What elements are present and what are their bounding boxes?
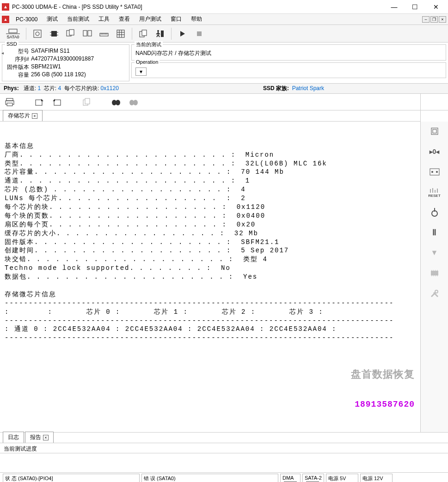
menu-tools[interactable]: 工具 xyxy=(94,14,114,24)
tab-close-icon[interactable]: × xyxy=(32,113,37,119)
status-group-dma: DMA RQ xyxy=(280,474,301,482)
mdi-restore[interactable]: ❐ xyxy=(430,16,438,23)
info-row: SSD ◂ 型号SATAFIRM S11 序列#A472077A19300009… xyxy=(0,43,448,83)
chip-value: 4 xyxy=(58,85,61,92)
export-icon[interactable] xyxy=(33,96,45,108)
rs-down-icon[interactable]: ▼ xyxy=(428,247,441,259)
rs-power-icon[interactable] xyxy=(428,206,441,218)
status-group-state: 状 态 (SATA0)-[PIO4] BSYDRDDWFDSCDRQCRRIDX… xyxy=(3,474,140,482)
report-line: LUNs 每个芯片. . . . . . . . . . . . . . . .… xyxy=(5,194,416,203)
rs-hex-icon[interactable]: ▸0◂ xyxy=(428,146,441,158)
rs-tools-icon[interactable] xyxy=(428,287,441,299)
status-group-5v: 电源 5V 5V xyxy=(326,474,358,482)
serial-label: 序列# xyxy=(6,55,29,63)
tb-run-icon[interactable] xyxy=(153,27,167,41)
tab-report[interactable]: 报告 × xyxy=(25,432,54,443)
status-12v-title: 电源 12V xyxy=(362,475,390,482)
mdi-close[interactable]: × xyxy=(439,16,446,23)
binoculars-icon[interactable] xyxy=(110,96,122,108)
svg-rect-43 xyxy=(85,98,90,104)
tab-report-label: 报告 xyxy=(30,433,41,441)
channel-label: 通道: xyxy=(24,85,36,92)
minimize-button[interactable]: — xyxy=(384,0,405,13)
mdi-minimize[interactable]: – xyxy=(422,16,430,23)
report-line: 创建时间. . . . . . . . . . . . . . . . . . … xyxy=(5,246,416,255)
copy-sub-icon[interactable] xyxy=(80,96,92,108)
menu-view[interactable]: 查看 xyxy=(114,14,135,24)
report-line: 扇区的每个页. . . . . . . . . . . . . . . . . … xyxy=(5,220,416,229)
tb-stop-icon[interactable] xyxy=(192,27,207,41)
current-test-text: NAND闪存芯片 / 存储芯片测试 xyxy=(135,50,211,56)
svg-line-31 xyxy=(158,35,160,37)
channel-value: 1 xyxy=(37,85,41,92)
svg-point-52 xyxy=(436,171,438,173)
report-line: 厂商. . . . . . . . . . . . . . . . . . . … xyxy=(5,151,416,159)
print-icon[interactable] xyxy=(4,96,16,108)
cap-value: 256 GB (500 118 192) xyxy=(31,71,86,79)
main-area: 基本信息厂商. . . . . . . . . . . . . . . . . … xyxy=(0,122,448,432)
model-value: SATAFIRM S11 xyxy=(31,48,70,55)
menu-user-test[interactable]: 用户测试 xyxy=(135,14,166,24)
tab-report-close-icon[interactable]: × xyxy=(43,435,49,440)
tb-btn-4[interactable] xyxy=(80,27,95,41)
svg-rect-38 xyxy=(36,100,42,105)
menu-window[interactable]: 窗口 xyxy=(166,14,186,24)
tb-btn-3[interactable] xyxy=(63,27,78,41)
svg-rect-48 xyxy=(431,128,438,134)
collapse-arrow-icon[interactable]: ◂ xyxy=(1,50,4,55)
svg-rect-34 xyxy=(197,31,202,36)
report-line: 通道. . . . . . . . . . . . . . . . . . . … xyxy=(5,177,416,185)
svg-rect-12 xyxy=(88,31,92,36)
operation-panel: Operation ▾ xyxy=(131,62,446,78)
tb-btn-1[interactable] xyxy=(30,27,45,41)
report-line: Techno mode lock supported. . . . . . . … xyxy=(5,264,416,273)
binoculars-next-icon[interactable] xyxy=(128,96,140,108)
rs-chip2-icon[interactable] xyxy=(428,267,441,279)
svg-rect-4 xyxy=(51,31,57,37)
svg-point-70 xyxy=(435,290,438,293)
svg-rect-19 xyxy=(117,30,124,37)
menu-current-test[interactable]: 当前测试 xyxy=(62,14,94,24)
report-line: ----------------------------------------… xyxy=(5,317,416,325)
report-line: 块交错. . . . . . . . . . . . . . . . . . .… xyxy=(5,255,416,264)
content-tabs: 存储芯片 × xyxy=(0,110,420,122)
report-content[interactable]: 基本信息厂商. . . . . . . . . . . . . . . . . … xyxy=(0,122,420,432)
close-button[interactable]: ✕ xyxy=(425,0,446,13)
tab-log[interactable]: 日志 xyxy=(3,432,24,443)
tab-storage-chip[interactable]: 存储芯片 × xyxy=(3,110,43,121)
title-bar: ▲ PC-3000 UDMA-E - China - [PS SSD Utili… xyxy=(0,0,448,14)
tb-copy-icon[interactable] xyxy=(136,27,151,41)
svg-point-51 xyxy=(431,171,433,173)
import-icon[interactable] xyxy=(51,96,63,108)
progress-label: 当前测试进度 xyxy=(0,443,448,453)
status-dma-title: DMA xyxy=(282,475,298,481)
menu-bar: ▲ PC-3000 测试 当前测试 工具 查看 用户测试 窗口 帮助 – ❐ × xyxy=(0,14,448,25)
svg-rect-37 xyxy=(7,103,12,106)
svg-point-26 xyxy=(157,30,159,32)
tb-grid-icon[interactable] xyxy=(113,27,128,41)
report-line: 类型. . . . . . . . . . . . . . . . . . . … xyxy=(5,159,416,168)
tb-play-icon[interactable] xyxy=(175,27,190,41)
fw-value: SBFM21W1 xyxy=(31,63,61,71)
svg-rect-10 xyxy=(69,30,74,35)
svg-point-45 xyxy=(116,100,120,105)
svg-marker-39 xyxy=(41,99,43,101)
operation-dropdown[interactable]: ▾ xyxy=(135,67,147,76)
report-line: : 通道 0 : 2CC4E532AA04 : 2CC4E532AA04 : 2… xyxy=(5,325,416,334)
status-group-12v: 电源 12V 12V xyxy=(360,474,393,482)
rs-board-icon[interactable] xyxy=(428,166,441,178)
status-sata2-title: SATA-2 xyxy=(305,475,322,481)
tb-sata0[interactable]: SATA0 xyxy=(4,27,22,41)
ssd-family-value: Patriot Spark xyxy=(292,85,324,92)
ssd-panel: SSD ◂ 型号SATAFIRM S11 序列#A472077A19300009… xyxy=(2,44,129,81)
tb-ruler-icon[interactable] xyxy=(97,27,111,41)
right-sidebar: ▸0◂ RESET Ⅱ ▼ xyxy=(420,122,448,432)
maximize-button[interactable]: ☐ xyxy=(405,0,425,13)
rs-pause-icon[interactable]: Ⅱ xyxy=(428,226,441,238)
rs-reset[interactable]: RESET xyxy=(428,186,441,198)
menu-help[interactable]: 帮助 xyxy=(186,14,207,24)
app-name-menu[interactable]: PC-3000 xyxy=(11,15,42,24)
tb-chip-icon[interactable] xyxy=(47,27,61,41)
rs-chip-icon[interactable] xyxy=(428,125,441,137)
menu-test[interactable]: 测试 xyxy=(42,14,62,24)
